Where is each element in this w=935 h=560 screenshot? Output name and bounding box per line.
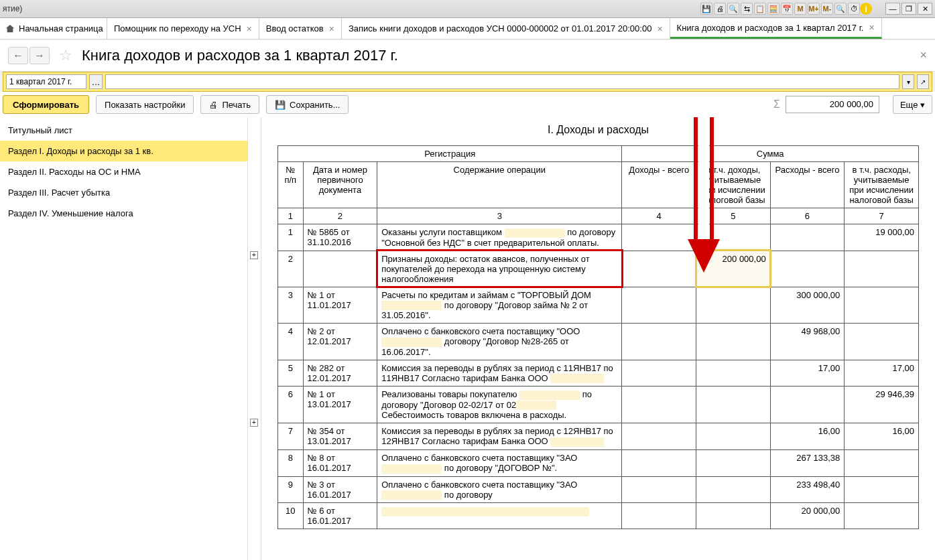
cell-doc: № 2 от 12.01.2017 [303, 324, 377, 360]
cell-op [377, 503, 622, 529]
table-row[interactable]: 6№ 1 от 13.01.2017Реализованы товары пок… [278, 387, 919, 423]
cell-c4 [622, 324, 696, 360]
table-row[interactable]: 10№ 6 от 16.01.201720 000,00 [278, 503, 919, 529]
print-button[interactable]: 🖨 Печать [200, 95, 259, 114]
cell-op: Оказаны услуги поставщиком по договору "… [377, 224, 622, 251]
cell-op: Оплачено с банковского счета поставщику … [377, 324, 622, 360]
close-window-button[interactable]: ✕ [918, 3, 932, 15]
outline-fold-column: + + [248, 117, 261, 560]
cell-c4 [622, 287, 696, 324]
cell-c6 [770, 224, 845, 251]
org-open-button[interactable]: ↗ [917, 74, 929, 89]
compare-icon[interactable]: ⇆ [741, 3, 753, 15]
period-picker-button[interactable]: … [89, 74, 103, 89]
cell-c7: 29 946,39 [845, 387, 919, 423]
calc-icon[interactable]: 🧮 [767, 3, 780, 15]
tab-home-label: Начальная страница [19, 23, 103, 33]
cell-c5 [696, 449, 771, 476]
minimize-button[interactable]: — [885, 3, 900, 15]
mminus-button[interactable]: M- [821, 3, 833, 15]
clipboard-icon[interactable]: 📋 [754, 3, 766, 15]
cell-c5 [696, 224, 771, 251]
window-title-fragment: ятие) [3, 4, 22, 13]
table-row[interactable]: 8№ 8 от 16.01.2017Оплачено с банковского… [278, 449, 919, 476]
close-page-button[interactable]: × [920, 48, 927, 62]
th-sum: Сумма [622, 146, 919, 162]
table-row[interactable]: 4№ 2 от 12.01.2017Оплачено с банковского… [278, 324, 919, 360]
close-tab-icon[interactable]: × [869, 22, 874, 33]
title-bar: ятие) 💾 🖨 🔍 ⇆ 📋 🧮 📅 M M+ M- 🔍 ⏱ i — ❐ ✕ [0, 0, 935, 18]
cell-op: Комиссия за переводы в рублях за период … [377, 423, 622, 450]
info-icon[interactable]: i [860, 3, 872, 15]
tab-vvod[interactable]: Ввод остатков × [259, 18, 342, 39]
cell-doc: № 1 от 11.01.2017 [303, 287, 377, 324]
calendar-icon[interactable]: 📅 [781, 3, 793, 15]
maximize-button[interactable]: ❐ [901, 3, 916, 15]
sidebar-item-section2[interactable]: Раздел II. Расходы на ОС и НМА [0, 161, 247, 182]
cell-doc: № 1 от 13.01.2017 [303, 387, 377, 423]
nav-forward-button[interactable]: → [29, 47, 50, 64]
table-row[interactable]: 7№ 354 от 13.01.2017Комиссия за переводы… [278, 423, 919, 450]
table-row[interactable]: 5№ 282 от 12.01.2017Комиссия за переводы… [278, 360, 919, 387]
cell-c6: 233 498,40 [770, 476, 845, 503]
cell-c5: 200 000,00 [696, 251, 771, 287]
fold-button[interactable]: + [250, 251, 258, 259]
nav-back-button[interactable]: ← [8, 47, 28, 64]
close-tab-icon[interactable]: × [657, 23, 662, 34]
cell-c6: 20 000,00 [770, 503, 845, 529]
org-dropdown-button[interactable]: ▾ [902, 74, 914, 89]
th-c4: Доходы - всего [622, 162, 696, 208]
cell-c6: 49 968,00 [770, 324, 845, 360]
save-button[interactable]: 💾 Сохранить... [266, 95, 349, 114]
cell-c7: 16,00 [845, 423, 919, 450]
sidebar-item-section1[interactable]: Раздел I. Доходы и расходы за 1 кв. [0, 141, 247, 161]
table-row[interactable]: 2Признаны доходы: остаток авансов, получ… [278, 251, 919, 287]
tab-kniga[interactable]: Книга доходов и расходов за 1 квартал 20… [670, 18, 882, 39]
history-icon[interactable]: ⏱ [848, 3, 860, 15]
th-reg: Регистрация [278, 146, 622, 162]
tab-zapis[interactable]: Запись книги доходов и расходов УСН 0000… [342, 18, 670, 39]
cell-op: Расчеты по кредитам и займам с "ТОРГОВЫЙ… [377, 287, 622, 324]
zoom-in-icon[interactable]: 🔍 [834, 3, 847, 15]
cell-op: Оплачено с банковского счета поставщику … [377, 449, 622, 476]
cell-c6 [770, 387, 845, 423]
cell-doc: № 354 от 13.01.2017 [303, 423, 377, 450]
cell-c7 [845, 449, 919, 476]
cell-n: 8 [278, 449, 304, 476]
th-n: № п/п [278, 162, 304, 208]
close-tab-icon[interactable]: × [329, 23, 334, 34]
period-input[interactable] [6, 74, 86, 89]
close-tab-icon[interactable]: × [247, 23, 252, 34]
form-button[interactable]: Сформировать [3, 95, 89, 114]
cell-n: 1 [278, 224, 304, 251]
sidebar-item-title-page[interactable]: Титульный лист [0, 120, 247, 141]
actions-toolbar: Сформировать Показать настройки 🖨 Печать… [0, 92, 935, 117]
report-content[interactable]: I. Доходы и расходы Регистрация Сумма № … [261, 117, 935, 560]
cell-doc: № 5865 от 31.10.2016 [303, 224, 377, 251]
sidebar-item-section4[interactable]: Раздел IV. Уменьшение налога [0, 203, 247, 224]
cell-doc: № 282 от 12.01.2017 [303, 360, 377, 387]
fold-button[interactable]: + [250, 419, 258, 427]
sidebar-item-section3[interactable]: Раздел III. Расчет убытка [0, 182, 247, 203]
save-icon[interactable]: 💾 [700, 3, 712, 15]
report-table: Регистрация Сумма № п/п Дата и номер пер… [277, 145, 919, 529]
mplus-button[interactable]: M+ [808, 3, 820, 15]
table-row[interactable]: 9№ 3 от 16.01.2017Оплачено с банковского… [278, 476, 919, 503]
section-title: I. Доходы и расходы [277, 124, 919, 136]
org-input[interactable] [105, 74, 899, 89]
more-button[interactable]: Еще ▾ [893, 95, 932, 114]
tab-home[interactable]: Начальная страница [0, 18, 107, 39]
table-row[interactable]: 3№ 1 от 11.01.2017Расчеты по кредитам и … [278, 287, 919, 324]
tab-usn-helper[interactable]: Помощник по переходу на УСН × [107, 18, 259, 39]
preview-icon[interactable]: 🔍 [727, 3, 739, 15]
cell-doc [303, 251, 377, 287]
cell-c4 [622, 503, 696, 529]
print-icon[interactable]: 🖨 [714, 3, 726, 15]
favorite-icon[interactable]: ☆ [59, 47, 72, 64]
th-c5: в т.ч. доходы, учитываемые при исчислени… [696, 162, 771, 208]
cell-op: Реализованы товары покупателю по договор… [377, 387, 622, 423]
cell-c7 [845, 251, 919, 287]
show-settings-button[interactable]: Показать настройки [96, 95, 194, 114]
table-row[interactable]: 1№ 5865 от 31.10.2016Оказаны услуги пост… [278, 224, 919, 251]
m-button[interactable]: M [794, 3, 806, 15]
